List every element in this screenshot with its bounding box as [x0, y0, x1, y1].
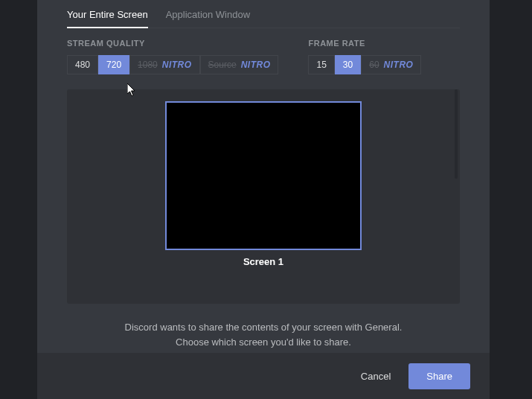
quality-720-button[interactable]: 720 — [98, 55, 129, 74]
quality-1080-button[interactable]: 1080 NITRO — [129, 55, 200, 74]
share-button[interactable]: Share — [408, 363, 470, 389]
nitro-badge-icon: NITRO — [384, 60, 414, 70]
framerate-30-button[interactable]: 30 — [335, 55, 361, 74]
tab-application-window[interactable]: Application Window — [166, 6, 250, 28]
nitro-badge-icon: NITRO — [241, 60, 271, 70]
quality-1080-label: 1080 — [138, 60, 158, 70]
modal-footer: Cancel Share — [37, 353, 490, 399]
source-tabs: Your Entire Screen Application Window — [67, 6, 460, 28]
screen-share-modal: Your Entire Screen Application Window ST… — [37, 0, 490, 399]
quality-source-label: Source — [208, 60, 237, 70]
stream-controls: STREAM QUALITY 480 720 1080 NITRO Source… — [67, 39, 460, 74]
frame-rate-group: FRAME RATE 15 30 60 NITRO — [308, 39, 421, 74]
quality-480-button[interactable]: 480 — [67, 55, 98, 74]
quality-source-button[interactable]: Source NITRO — [200, 55, 279, 74]
cancel-button[interactable]: Cancel — [361, 371, 391, 382]
share-description-line2: Choose which screen you'd like to share. — [67, 335, 460, 350]
share-description: Discord wants to share the contents of y… — [67, 320, 460, 349]
stream-quality-group: STREAM QUALITY 480 720 1080 NITRO Source… — [67, 39, 278, 74]
framerate-60-label: 60 — [369, 60, 379, 70]
scrollbar[interactable] — [455, 89, 458, 179]
nitro-badge-icon: NITRO — [162, 60, 192, 70]
share-description-line1: Discord wants to share the contents of y… — [67, 320, 460, 335]
screen-1-tile[interactable] — [165, 101, 362, 250]
framerate-60-button[interactable]: 60 NITRO — [361, 55, 421, 74]
screen-preview-area: Screen 1 — [67, 89, 460, 304]
frame-rate-label: FRAME RATE — [308, 39, 421, 48]
stream-quality-options: 480 720 1080 NITRO Source NITRO — [67, 55, 278, 74]
screen-1-label: Screen 1 — [243, 256, 283, 267]
tab-entire-screen[interactable]: Your Entire Screen — [67, 6, 148, 28]
frame-rate-options: 15 30 60 NITRO — [308, 55, 421, 74]
stream-quality-label: STREAM QUALITY — [67, 39, 278, 48]
framerate-15-button[interactable]: 15 — [308, 55, 334, 74]
